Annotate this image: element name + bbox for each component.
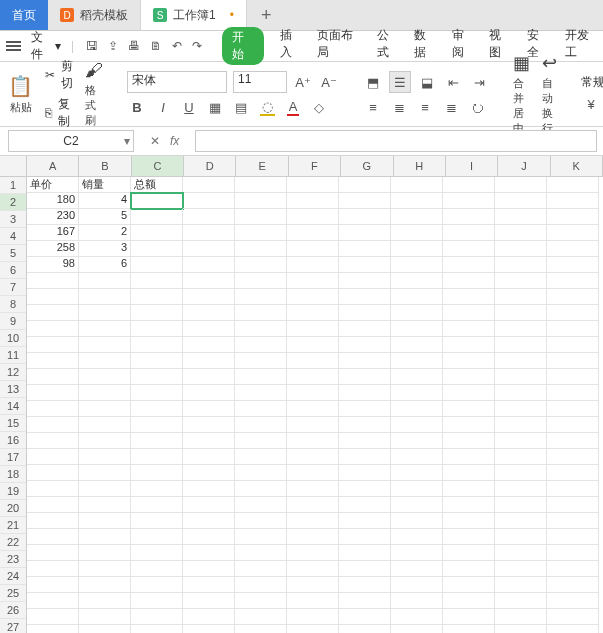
row-header[interactable]: 15 xyxy=(0,415,26,432)
cell[interactable] xyxy=(79,289,131,305)
cell[interactable] xyxy=(391,561,443,577)
cell[interactable] xyxy=(131,481,183,497)
cell[interactable] xyxy=(183,289,235,305)
cell[interactable] xyxy=(391,465,443,481)
column-header[interactable]: I xyxy=(446,156,498,176)
row-header[interactable]: 18 xyxy=(0,466,26,483)
row-header[interactable]: 26 xyxy=(0,602,26,619)
cell[interactable] xyxy=(443,321,495,337)
cell[interactable] xyxy=(495,209,547,225)
cell[interactable] xyxy=(235,369,287,385)
cell[interactable] xyxy=(495,177,547,193)
cell[interactable] xyxy=(27,497,79,513)
cell[interactable] xyxy=(27,529,79,545)
cell[interactable] xyxy=(339,193,391,209)
cell[interactable] xyxy=(547,465,599,481)
cell[interactable] xyxy=(131,465,183,481)
cell[interactable] xyxy=(27,577,79,593)
cell[interactable] xyxy=(547,369,599,385)
cell[interactable] xyxy=(27,545,79,561)
cell[interactable] xyxy=(131,193,183,209)
row-header[interactable]: 7 xyxy=(0,279,26,296)
cell[interactable] xyxy=(27,625,79,633)
cell[interactable] xyxy=(547,609,599,625)
tab-docker[interactable]: D 稻壳模板 xyxy=(48,0,141,30)
cell[interactable] xyxy=(131,369,183,385)
cell[interactable] xyxy=(547,305,599,321)
justify-button[interactable]: ≣ xyxy=(441,97,461,117)
cell[interactable] xyxy=(443,481,495,497)
cell[interactable] xyxy=(235,529,287,545)
cell[interactable] xyxy=(27,273,79,289)
cell[interactable] xyxy=(131,513,183,529)
cell[interactable] xyxy=(339,561,391,577)
column-header[interactable]: E xyxy=(236,156,288,176)
cell[interactable] xyxy=(235,209,287,225)
cell[interactable] xyxy=(235,177,287,193)
cell[interactable] xyxy=(547,449,599,465)
cell[interactable] xyxy=(443,449,495,465)
cell[interactable] xyxy=(443,225,495,241)
cell[interactable] xyxy=(391,257,443,273)
cell[interactable] xyxy=(495,337,547,353)
cell[interactable] xyxy=(27,449,79,465)
indent-decrease-button[interactable]: ⇤ xyxy=(443,72,463,92)
cell[interactable] xyxy=(183,225,235,241)
cell[interactable] xyxy=(27,433,79,449)
cell[interactable] xyxy=(339,257,391,273)
column-header[interactable]: H xyxy=(394,156,446,176)
cell[interactable] xyxy=(235,433,287,449)
cell[interactable] xyxy=(443,545,495,561)
cell[interactable] xyxy=(183,401,235,417)
cell[interactable] xyxy=(287,289,339,305)
row-header[interactable]: 5 xyxy=(0,245,26,262)
cell[interactable] xyxy=(183,529,235,545)
row-header[interactable]: 8 xyxy=(0,296,26,313)
cell[interactable] xyxy=(235,625,287,633)
cell[interactable] xyxy=(495,193,547,209)
cell[interactable] xyxy=(547,497,599,513)
align-left-button[interactable]: ≡ xyxy=(363,97,383,117)
cell[interactable] xyxy=(547,289,599,305)
cell[interactable]: 5 xyxy=(79,209,131,225)
cell[interactable] xyxy=(287,593,339,609)
copy-button[interactable]: ⎘复制 xyxy=(45,96,73,130)
cell[interactable] xyxy=(287,625,339,633)
cell[interactable] xyxy=(27,353,79,369)
column-header[interactable]: C xyxy=(132,156,184,176)
fx-icon[interactable]: fx xyxy=(170,134,179,148)
cell[interactable] xyxy=(287,225,339,241)
cell[interactable] xyxy=(391,609,443,625)
row-header[interactable]: 12 xyxy=(0,364,26,381)
cell[interactable] xyxy=(131,529,183,545)
cell[interactable] xyxy=(287,193,339,209)
cell[interactable] xyxy=(339,449,391,465)
cell[interactable] xyxy=(547,177,599,193)
cell[interactable] xyxy=(391,369,443,385)
decrease-font-button[interactable]: A⁻ xyxy=(319,72,339,92)
cell[interactable] xyxy=(495,545,547,561)
cell[interactable] xyxy=(495,353,547,369)
cell[interactable] xyxy=(443,593,495,609)
cell[interactable] xyxy=(287,529,339,545)
cell[interactable] xyxy=(547,321,599,337)
merge-center-button[interactable]: ▦ 合并居中 xyxy=(513,52,530,136)
cell[interactable] xyxy=(547,625,599,633)
cell[interactable] xyxy=(27,289,79,305)
cell[interactable] xyxy=(339,609,391,625)
cell[interactable] xyxy=(131,385,183,401)
save-icon[interactable]: 🖫 xyxy=(86,39,98,53)
cell[interactable] xyxy=(443,513,495,529)
cell[interactable] xyxy=(235,193,287,209)
cell[interactable] xyxy=(547,337,599,353)
ribbon-tab-view[interactable]: 视图 xyxy=(489,27,511,65)
ribbon-tab-layout[interactable]: 页面布局 xyxy=(317,27,360,65)
cell[interactable] xyxy=(183,577,235,593)
cell[interactable] xyxy=(495,433,547,449)
cell[interactable] xyxy=(287,481,339,497)
cell[interactable] xyxy=(79,321,131,337)
cell[interactable] xyxy=(183,193,235,209)
cell[interactable] xyxy=(235,385,287,401)
cell[interactable] xyxy=(79,353,131,369)
cell[interactable] xyxy=(339,225,391,241)
